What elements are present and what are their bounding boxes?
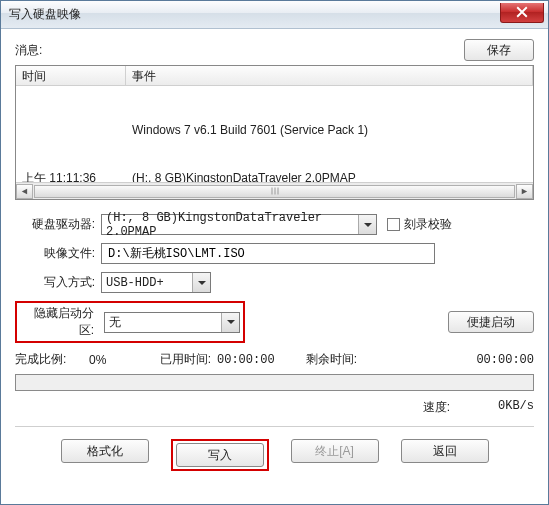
log-time	[22, 122, 132, 138]
separator	[15, 426, 534, 427]
messages-label: 消息:	[15, 42, 42, 59]
log-header: 时间 事件	[16, 66, 533, 86]
verify-checkbox[interactable]	[387, 218, 400, 231]
scroll-track[interactable]	[33, 184, 516, 199]
log-event: Windows 7 v6.1 Build 7601 (Service Pack …	[132, 122, 527, 138]
column-event[interactable]: 事件	[126, 66, 533, 85]
scroll-thumb[interactable]	[34, 185, 515, 198]
scroll-right-arrow-icon[interactable]: ►	[516, 184, 533, 199]
ratio-label: 完成比例:	[15, 351, 83, 368]
chevron-down-icon	[192, 273, 210, 292]
speed-value: 0KB/s	[478, 399, 534, 416]
form: 硬盘驱动器: (H:, 8 GB)KingstonDataTraveler 2.…	[15, 214, 534, 471]
scroll-left-arrow-icon[interactable]: ◄	[16, 184, 33, 199]
elapsed-value: 00:00:00	[217, 353, 291, 367]
drive-value: (H:, 8 GB)KingstonDataTraveler 2.0PMAP	[106, 211, 372, 239]
back-button[interactable]: 返回	[401, 439, 489, 463]
column-time[interactable]: 时间	[16, 66, 126, 85]
write-mode-select[interactable]: USB-HDD+	[101, 272, 211, 293]
format-button[interactable]: 格式化	[61, 439, 149, 463]
image-file-input[interactable]	[101, 243, 435, 264]
save-button[interactable]: 保存	[464, 39, 534, 61]
log-row[interactable]: Windows 7 v6.1 Build 7601 (Service Pack …	[22, 122, 527, 138]
write-button-highlight: 写入	[171, 439, 269, 471]
ratio-value: 0%	[89, 353, 145, 367]
close-button[interactable]	[500, 3, 544, 23]
close-icon	[516, 6, 528, 18]
hidden-boot-value: 无	[109, 314, 121, 331]
drive-label: 硬盘驱动器:	[15, 216, 101, 233]
hidden-boot-label: 隐藏启动分区:	[20, 305, 100, 339]
speed-label: 速度:	[423, 399, 450, 416]
progress-info: 完成比例: 0% 已用时间: 00:00:00 剩余时间: 00:00:00	[15, 351, 534, 368]
drive-select[interactable]: (H:, 8 GB)KingstonDataTraveler 2.0PMAP	[101, 214, 377, 235]
window-title: 写入硬盘映像	[9, 6, 81, 23]
write-mode-value: USB-HDD+	[106, 276, 164, 290]
chevron-down-icon	[358, 215, 376, 234]
horizontal-scrollbar[interactable]: ◄ ►	[16, 182, 533, 199]
hidden-boot-highlight: 隐藏启动分区: 无	[15, 301, 245, 343]
image-label: 映像文件:	[15, 245, 101, 262]
dialog-window: 写入硬盘映像 消息: 保存 时间 事件 Windows 7 v6.1 Build…	[0, 0, 549, 505]
progress-bar	[15, 374, 534, 391]
quick-boot-button[interactable]: 便捷启动	[448, 311, 534, 333]
remain-value: 00:00:00	[363, 353, 534, 367]
image-file-value[interactable]	[106, 246, 430, 262]
chevron-down-icon	[221, 313, 239, 332]
footer-buttons: 格式化 写入 终止[A] 返回	[15, 439, 534, 471]
hidden-boot-select[interactable]: 无	[104, 312, 240, 333]
write-button[interactable]: 写入	[176, 443, 264, 467]
remain-label: 剩余时间:	[297, 351, 357, 368]
log-list: 时间 事件 Windows 7 v6.1 Build 7601 (Service…	[15, 65, 534, 200]
client-area: 消息: 保存 时间 事件 Windows 7 v6.1 Build 7601 (…	[1, 29, 548, 483]
write-mode-label: 写入方式:	[15, 274, 101, 291]
elapsed-label: 已用时间:	[151, 351, 211, 368]
title-bar: 写入硬盘映像	[1, 1, 548, 29]
abort-button: 终止[A]	[291, 439, 379, 463]
verify-checkbox-label[interactable]: 刻录校验	[404, 216, 452, 233]
